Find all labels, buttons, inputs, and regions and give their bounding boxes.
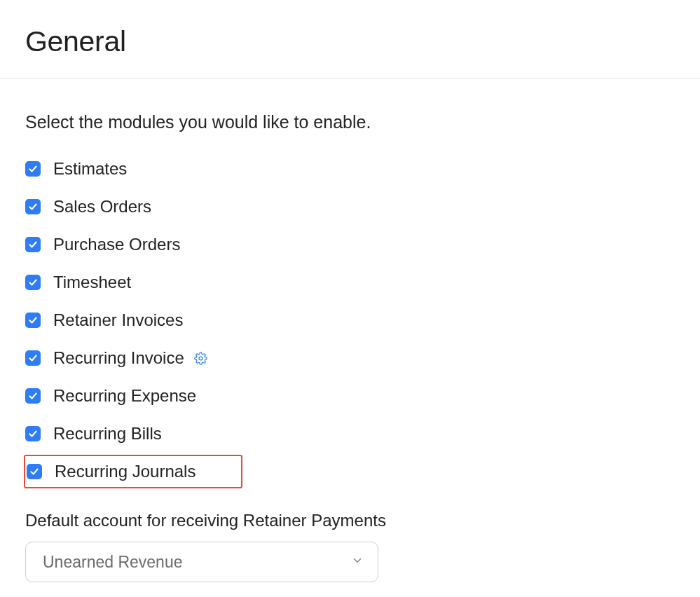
module-row-recurring-invoice: Recurring Invoice: [25, 348, 675, 368]
module-row-recurring-bills: Recurring Bills: [25, 424, 675, 444]
default-account-field: Default account for receiving Retainer P…: [25, 511, 675, 582]
module-row-purchase-orders: Purchase Orders: [25, 235, 675, 254]
module-list: Estimates Sales Orders Purchase Orders T…: [25, 159, 675, 481]
module-label: Sales Orders: [53, 197, 151, 217]
checkbox-recurring-journals[interactable]: [27, 464, 42, 479]
module-label: Recurring Journals: [55, 462, 195, 481]
svg-point-0: [199, 357, 203, 360]
check-icon: [28, 315, 38, 325]
default-account-label: Default account for receiving Retainer P…: [25, 511, 675, 530]
check-icon: [28, 164, 38, 174]
module-row-timesheet: Timesheet: [25, 273, 675, 292]
header: General: [0, 0, 700, 78]
check-icon: [28, 277, 38, 287]
module-label: Purchase Orders: [53, 235, 180, 254]
intro-text: Select the modules you would like to ena…: [25, 112, 675, 132]
checkbox-retainer-invoices[interactable]: [25, 313, 41, 328]
module-label: Timesheet: [53, 273, 131, 292]
module-label: Retainer Invoices: [53, 310, 183, 330]
page-title: General: [25, 25, 675, 58]
checkbox-purchase-orders[interactable]: [25, 237, 41, 252]
checkbox-recurring-invoice[interactable]: [25, 350, 41, 366]
checkbox-estimates[interactable]: [25, 161, 41, 177]
checkbox-recurring-expense[interactable]: [25, 388, 41, 404]
recurring-invoice-settings-button[interactable]: [194, 352, 207, 365]
module-row-recurring-journals: Recurring Journals: [24, 455, 242, 488]
default-account-value: Unearned Revenue: [43, 553, 182, 572]
content: Select the modules you would like to ena…: [0, 78, 700, 597]
module-label: Recurring Invoice: [53, 348, 184, 368]
checkbox-recurring-bills[interactable]: [25, 426, 41, 441]
check-icon: [28, 202, 38, 212]
checkbox-sales-orders[interactable]: [25, 199, 41, 214]
module-label: Estimates: [53, 159, 127, 179]
gear-icon: [194, 352, 207, 365]
module-row-retainer-invoices: Retainer Invoices: [25, 310, 675, 330]
check-icon: [28, 391, 38, 401]
module-row-sales-orders: Sales Orders: [25, 197, 675, 217]
check-icon: [28, 353, 38, 363]
chevron-down-icon: [351, 554, 364, 570]
check-icon: [29, 467, 39, 476]
module-row-estimates: Estimates: [25, 159, 675, 179]
check-icon: [28, 240, 38, 249]
checkbox-timesheet[interactable]: [25, 275, 41, 290]
module-row-recurring-expense: Recurring Expense: [25, 386, 675, 406]
check-icon: [28, 429, 38, 439]
default-account-select[interactable]: Unearned Revenue: [25, 542, 378, 582]
module-label: Recurring Bills: [53, 424, 162, 444]
module-label: Recurring Expense: [53, 386, 196, 406]
